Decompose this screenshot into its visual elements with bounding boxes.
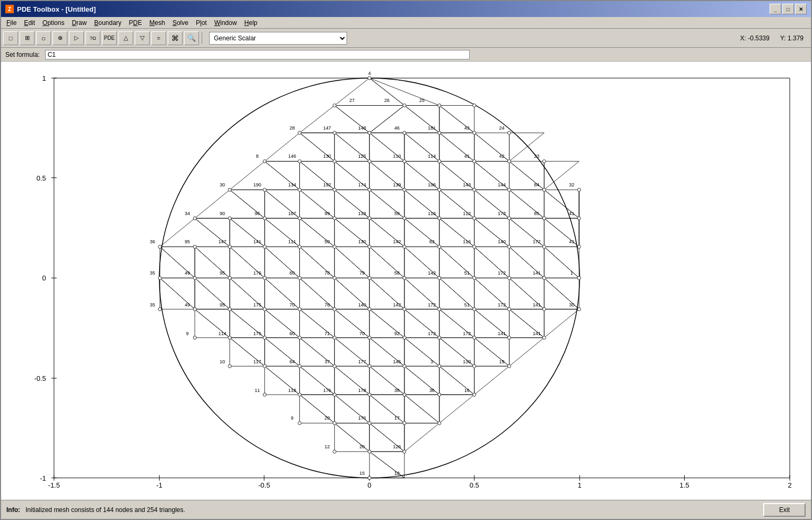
svg-text:126: 126 xyxy=(393,444,401,449)
svg-point-277 xyxy=(298,245,301,248)
svg-text:181: 181 xyxy=(428,125,436,131)
svg-point-340 xyxy=(333,422,336,425)
svg-point-339 xyxy=(298,422,301,425)
svg-text:172: 172 xyxy=(428,330,436,336)
svg-point-286 xyxy=(158,276,161,279)
formula-input[interactable] xyxy=(45,50,470,59)
svg-point-271 xyxy=(542,217,546,220)
formula-bar: Set formula: xyxy=(1,48,811,62)
svg-point-233 xyxy=(473,104,476,107)
exit-button[interactable]: Exit xyxy=(763,503,806,517)
svg-point-324 xyxy=(263,364,266,368)
menu-pde[interactable]: PDE xyxy=(126,18,145,28)
menu-edit[interactable]: Edit xyxy=(21,18,38,28)
svg-point-315 xyxy=(298,336,301,339)
menu-help[interactable]: Help xyxy=(241,18,261,28)
svg-text:172: 172 xyxy=(498,270,506,276)
svg-text:90: 90 xyxy=(220,211,225,216)
mesh-tool-button[interactable]: ⌘ xyxy=(168,31,183,45)
svg-text:85: 85 xyxy=(534,211,539,216)
svg-point-322 xyxy=(542,336,546,339)
svg-text:59: 59 xyxy=(394,211,400,216)
svg-text:36: 36 xyxy=(429,388,435,393)
info-prefix: Info: xyxy=(6,506,20,514)
svg-text:37: 37 xyxy=(324,359,330,364)
menu-boundary[interactable]: Boundary xyxy=(91,18,124,28)
svg-point-247 xyxy=(473,160,476,163)
svg-text:125: 125 xyxy=(358,154,366,159)
pde-tool-button[interactable]: PDE xyxy=(102,31,117,45)
svg-text:173: 173 xyxy=(498,211,506,216)
svg-point-256 xyxy=(438,188,441,191)
triangle-down-tool-button[interactable]: ▽ xyxy=(135,31,150,45)
menu-options[interactable]: Options xyxy=(39,18,67,28)
svg-point-328 xyxy=(403,364,406,368)
svg-text:1: 1 xyxy=(42,74,46,82)
menu-solve[interactable]: Solve xyxy=(169,18,192,28)
svg-point-321 xyxy=(507,336,511,339)
svg-text:145: 145 xyxy=(393,359,401,364)
svg-point-244 xyxy=(368,160,371,163)
menu-mesh[interactable]: Mesh xyxy=(146,18,168,28)
svg-point-242 xyxy=(298,160,301,163)
plot-area[interactable]: 1 0.5 0 -0.5 -1 xyxy=(1,62,811,500)
svg-text:42: 42 xyxy=(499,154,505,159)
zoom-tool-button[interactable]: 🔍 xyxy=(184,31,199,45)
svg-text:147: 147 xyxy=(323,125,331,131)
svg-text:1.5: 1.5 xyxy=(680,481,689,489)
svg-point-243 xyxy=(333,160,336,163)
svg-point-287 xyxy=(193,276,196,279)
svg-text:78: 78 xyxy=(324,270,330,276)
rect-add-tool-button[interactable]: ⊞ xyxy=(20,31,34,45)
svg-point-240 xyxy=(507,131,511,134)
svg-text:95: 95 xyxy=(220,270,225,276)
main-area: 1 0.5 0 -0.5 -1 xyxy=(1,62,811,500)
menu-bar: File Edit Options Draw Boundary PDE Mesh… xyxy=(1,17,811,29)
svg-point-273 xyxy=(158,245,161,248)
window-title: PDE Toolbox - [Untitled] xyxy=(17,5,96,13)
svg-text:-1.5: -1.5 xyxy=(48,481,60,489)
menu-window[interactable]: Window xyxy=(211,18,240,28)
equals-tool-button[interactable]: = xyxy=(151,31,166,45)
svg-text:23: 23 xyxy=(534,154,539,159)
close-button[interactable]: ✕ xyxy=(795,4,807,14)
svg-text:41: 41 xyxy=(569,239,574,244)
omega-tool-button[interactable]: ?Ω xyxy=(85,31,100,45)
arrow-tool-button[interactable]: ▷ xyxy=(69,31,84,45)
svg-point-312 xyxy=(193,336,196,339)
svg-text:141: 141 xyxy=(533,330,541,336)
svg-text:43: 43 xyxy=(464,125,470,131)
svg-text:0: 0 xyxy=(368,481,372,489)
type-select[interactable]: Generic Scalar Generic System Structural… xyxy=(209,32,347,45)
svg-point-282 xyxy=(473,245,476,248)
triangle-up-tool-button[interactable]: △ xyxy=(118,31,133,45)
formula-label: Set formula: xyxy=(5,51,40,58)
svg-text:0.5: 0.5 xyxy=(470,481,479,489)
svg-point-333 xyxy=(298,393,301,396)
menu-plot[interactable]: Plot xyxy=(193,18,210,28)
svg-point-308 xyxy=(473,308,476,311)
svg-text:38: 38 xyxy=(394,388,400,393)
svg-point-288 xyxy=(228,276,231,279)
svg-point-231 xyxy=(403,104,406,107)
minimize-button[interactable]: _ xyxy=(770,4,781,14)
ellipse-tool-button[interactable]: ○ xyxy=(36,31,51,45)
svg-point-232 xyxy=(438,104,441,107)
svg-point-260 xyxy=(577,188,581,191)
svg-point-268 xyxy=(438,217,441,220)
svg-text:41: 41 xyxy=(464,154,470,159)
svg-point-264 xyxy=(298,217,301,220)
y-coord-value: 1.379 xyxy=(788,35,804,42)
menu-draw[interactable]: Draw xyxy=(68,18,90,28)
rect-tool-button[interactable]: □ xyxy=(3,31,18,45)
svg-text:142: 142 xyxy=(393,239,401,244)
maximize-button[interactable]: □ xyxy=(782,4,794,14)
svg-text:130: 130 xyxy=(323,154,331,159)
svg-point-313 xyxy=(228,336,231,339)
svg-text:118: 118 xyxy=(288,388,296,393)
menu-file[interactable]: File xyxy=(3,18,20,28)
circle-tool-button[interactable]: ⊕ xyxy=(53,31,67,45)
svg-text:20: 20 xyxy=(324,415,330,421)
svg-text:35: 35 xyxy=(150,302,155,308)
status-message: Initialized mesh consists of 144 nodes a… xyxy=(25,506,185,514)
